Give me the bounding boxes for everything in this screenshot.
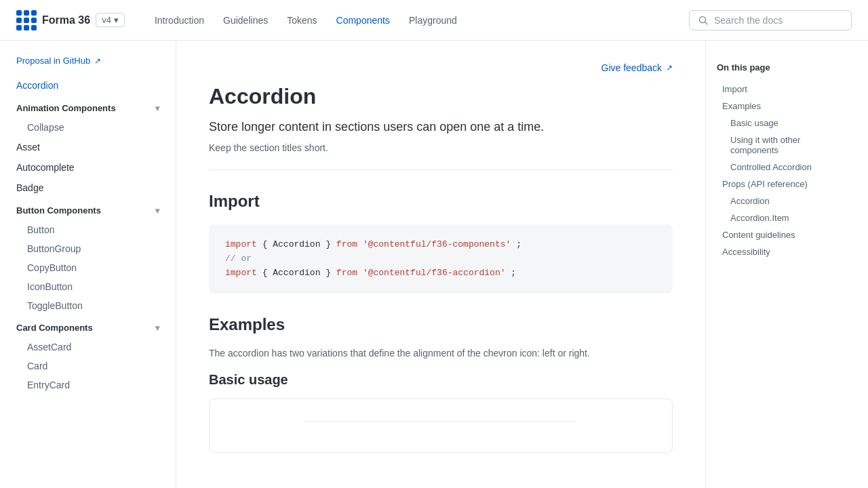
- page-note: Keep the section titles short.: [209, 142, 673, 153]
- nav-introduction[interactable]: Introduction: [146, 9, 212, 31]
- toc-item-using-with-other[interactable]: Using it with other components: [717, 131, 844, 159]
- svg-line-1: [705, 22, 708, 24]
- sidebar-item-iconbutton[interactable]: IconButton: [0, 277, 176, 296]
- header: Forma 36 v4 ▾ Introduction Guidelines To…: [0, 0, 868, 41]
- sidebar-item-copybutton[interactable]: CopyButton: [0, 258, 176, 277]
- page-layout: Proposal in GitHub ↗ Accordion Animation…: [0, 41, 868, 488]
- nav-guidelines[interactable]: Guidelines: [215, 9, 276, 31]
- main-nav: Introduction Guidelines Tokens Component…: [146, 9, 689, 31]
- right-toc: On this page Import Examples Basic usage…: [705, 41, 854, 488]
- external-link-icon: ↗: [94, 56, 101, 66]
- sidebar-item-buttongroup[interactable]: ButtonGroup: [0, 239, 176, 258]
- toc-item-controlled-accordion[interactable]: Controlled Accordion: [717, 159, 844, 176]
- toc-item-basic-usage[interactable]: Basic usage: [717, 115, 844, 131]
- dot: [31, 10, 37, 16]
- nav-tokens[interactable]: Tokens: [279, 9, 325, 31]
- left-sidebar: Proposal in GitHub ↗ Accordion Animation…: [0, 41, 176, 488]
- dot: [16, 25, 22, 30]
- sidebar-item-autocomplete[interactable]: Autocomplete: [0, 157, 176, 178]
- sidebar-item-button[interactable]: Button: [0, 220, 176, 239]
- logo-area: Forma 36 v4 ▾: [16, 10, 125, 30]
- dot: [24, 10, 29, 16]
- content-header-row: Give feedback ↗: [209, 62, 673, 73]
- code-line-2: // or: [225, 252, 656, 266]
- toc-item-content-guidelines[interactable]: Content guidelines: [717, 226, 844, 243]
- toc-item-accessibility[interactable]: Accessibility: [717, 243, 844, 260]
- toc-item-accordion[interactable]: Accordion: [717, 192, 844, 209]
- preview-box: [209, 399, 673, 453]
- code-block-import: import { Accordion } from '@contentful/f…: [209, 224, 673, 293]
- chevron-down-icon: ▾: [155, 104, 159, 113]
- sidebar-item-card-components[interactable]: Card Components ▾: [0, 318, 176, 338]
- divider: [209, 169, 673, 170]
- toc-item-examples[interactable]: Examples: [717, 98, 844, 115]
- dot: [31, 18, 37, 23]
- code-line-3: import { Accordion } from '@contentful/f…: [225, 266, 656, 281]
- section-examples-title: Examples: [209, 315, 673, 334]
- subsection-basic-usage-title: Basic usage: [209, 372, 673, 388]
- page-subtitle: Store longer content in sections users c…: [209, 120, 673, 134]
- chevron-down-icon: ▾: [114, 15, 119, 25]
- sidebar-item-entrycard[interactable]: EntryCard: [0, 375, 176, 394]
- nav-playground[interactable]: Playground: [401, 9, 465, 31]
- code-line-1: import { Accordion } from '@contentful/f…: [225, 238, 656, 252]
- sidebar-item-asset[interactable]: Asset: [0, 137, 176, 157]
- section-import-title: Import: [209, 192, 673, 211]
- sidebar-item-assetcard[interactable]: AssetCard: [0, 338, 176, 357]
- sidebar-item-accordion[interactable]: Accordion: [0, 75, 176, 96]
- sidebar-item-togglebutton[interactable]: ToggleButton: [0, 296, 176, 315]
- main-content: Give feedback ↗ Accordion Store longer c…: [176, 41, 705, 488]
- toc-heading: On this page: [717, 62, 844, 73]
- sidebar-item-card[interactable]: Card: [0, 357, 176, 375]
- logo-dots: [16, 10, 37, 30]
- dot: [16, 18, 22, 23]
- sidebar-section: Accordion Animation Components ▾ Collaps…: [0, 75, 176, 394]
- preview-line: [305, 421, 576, 422]
- search-icon: [698, 15, 709, 26]
- dot: [31, 25, 37, 30]
- sidebar-item-collapse[interactable]: Collapse: [0, 118, 176, 137]
- chevron-down-icon: ▾: [155, 206, 159, 216]
- give-feedback-link[interactable]: Give feedback ↗: [601, 62, 673, 73]
- sidebar-item-badge[interactable]: Badge: [0, 178, 176, 198]
- page-title: Accordion: [209, 84, 673, 109]
- toc-item-import[interactable]: Import: [717, 81, 844, 98]
- toc-item-accordion-item[interactable]: Accordion.Item: [717, 209, 844, 226]
- sidebar-item-animation-components[interactable]: Animation Components ▾: [0, 98, 176, 118]
- version-selector[interactable]: v4 ▾: [96, 13, 125, 27]
- chevron-down-icon: ▾: [155, 323, 159, 333]
- github-link[interactable]: Proposal in GitHub ↗: [0, 52, 176, 70]
- search-box[interactable]: Search the docs: [689, 10, 852, 30]
- logo-text: Forma 36: [42, 14, 90, 26]
- examples-description: The accordion has two variations that de…: [209, 348, 673, 359]
- external-link-icon: ↗: [666, 63, 673, 73]
- dot: [24, 18, 29, 23]
- toc-item-props[interactable]: Props (API reference): [717, 176, 844, 192]
- dot: [16, 10, 22, 16]
- search-placeholder: Search the docs: [714, 15, 783, 26]
- sidebar-item-button-components[interactable]: Button Components ▾: [0, 201, 176, 220]
- nav-components[interactable]: Components: [328, 9, 398, 31]
- dot: [24, 25, 29, 30]
